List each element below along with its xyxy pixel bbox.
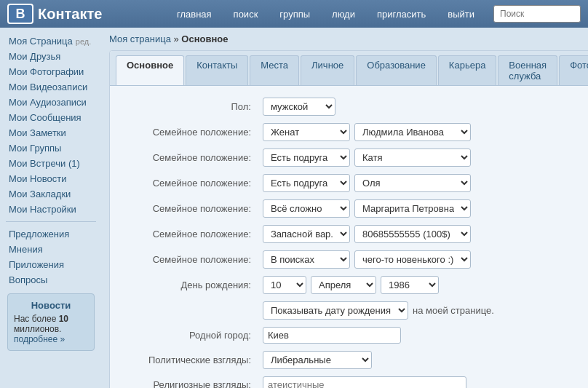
tab-career[interactable]: Карьера xyxy=(438,55,497,85)
religion-row: Религиозные взгляды: xyxy=(124,376,588,388)
politics-label: Политические взгляды: xyxy=(124,355,263,365)
city-label: Родной город: xyxy=(124,330,263,341)
sidebar-item-audio[interactable]: Мои Аудиозаписи xyxy=(0,95,102,110)
relationship-row-3: Семейное положение: Есть подруга Оля xyxy=(124,174,588,192)
relationship-person-2[interactable]: Катя xyxy=(354,149,471,167)
birthday-controls: 10 Апреля 1986 xyxy=(263,276,439,294)
sidebar-item-meetings[interactable]: Мои Встречи (1) xyxy=(0,156,102,171)
birthday-row: День рождения: 10 Апреля 1986 xyxy=(124,276,588,294)
sidebar-item-friends[interactable]: Мои Друзья xyxy=(0,49,102,64)
birthday-show-controls: Показывать дату рождения на моей страниц… xyxy=(263,301,494,320)
form-area: Пол: мужской Семейное положение: Женат xyxy=(110,86,588,388)
tab-education[interactable]: Образование xyxy=(356,55,437,85)
gender-label: Пол: xyxy=(124,101,263,112)
relationship-row-6: Семейное положение: В поисках чего-то но… xyxy=(124,250,588,269)
sidebar-item-settings[interactable]: Мои Настройки xyxy=(0,202,102,217)
relationship-person-1[interactable]: Людмила Иванова xyxy=(354,123,471,141)
gender-select[interactable]: мужской xyxy=(263,98,335,116)
relationship-label-4: Семейное положение: xyxy=(124,203,263,214)
relationship-label-5: Семейное положение: xyxy=(124,229,263,239)
gender-controls: мужской xyxy=(263,98,335,116)
sidebar-item-apps[interactable]: Приложения xyxy=(0,257,102,272)
birthday-day-select[interactable]: 10 xyxy=(263,276,306,294)
birthday-month-select[interactable]: Апреля xyxy=(311,276,376,294)
birthday-year-select[interactable]: 1986 xyxy=(381,276,439,294)
tab-photo[interactable]: Фотография xyxy=(559,55,588,85)
sidebar-item-messages[interactable]: Мои Сообщения xyxy=(0,110,102,125)
sidebar-item-opinions[interactable]: Мнения xyxy=(0,242,102,257)
sidebar-edit-label[interactable]: ред. xyxy=(76,37,91,46)
relationship-status-5[interactable]: Запасной вар. xyxy=(263,225,350,243)
header: В Контакте главная поиск группы люди при… xyxy=(0,0,588,28)
relationship-person-5[interactable]: 80685555555 (100$) xyxy=(354,225,471,243)
politics-row: Политические взгляды: Либеральные xyxy=(124,351,588,369)
sidebar-divider xyxy=(6,221,96,222)
relationship-status-1[interactable]: Женат xyxy=(263,123,350,141)
sidebar-item-questions[interactable]: Вопросы xyxy=(0,272,102,288)
nav-search[interactable]: поиск xyxy=(223,4,269,24)
politics-select[interactable]: Либеральные xyxy=(263,351,372,369)
breadcrumb: Моя страница » Основное xyxy=(109,33,588,44)
nav-invite[interactable]: пригласить xyxy=(367,4,436,24)
relationship-status-6[interactable]: В поисках xyxy=(263,250,350,269)
religion-input[interactable] xyxy=(263,376,466,388)
content: Моя страница » Основное Основное Контакт… xyxy=(102,28,588,388)
sidebar: Моя Страница ред. Мои Друзья Мои Фотогра… xyxy=(0,28,102,388)
sidebar-item-bookmarks[interactable]: Мои Закладки xyxy=(0,186,102,202)
relationship-controls-3: Есть подруга Оля xyxy=(263,174,471,192)
relationship-status-3[interactable]: Есть подруга xyxy=(263,174,350,192)
relationship-row-1: Семейное положение: Женат Людмила Иванов… xyxy=(124,123,588,141)
religion-label: Религиозные взгляды: xyxy=(124,379,263,388)
sidebar-item-videos[interactable]: Мои Видеозаписи xyxy=(0,79,102,95)
sidebar-item-photos[interactable]: Мои Фотографии xyxy=(0,64,102,79)
religion-controls xyxy=(263,376,466,388)
relationship-label-2: Семейное положение: xyxy=(124,152,263,163)
birthday-label: День рождения: xyxy=(124,280,263,290)
nav-logout[interactable]: выйти xyxy=(437,4,485,24)
nav-groups[interactable]: группы xyxy=(269,4,320,24)
relationship-controls-6: В поисках чего-то новенького :) xyxy=(263,250,471,269)
logo[interactable]: В Контакте xyxy=(7,4,102,24)
city-row: Родной город: xyxy=(124,327,588,344)
news-box: Новости Нас более 10 миллионов. подробне… xyxy=(7,293,95,351)
birthday-show-select[interactable]: Показывать дату рождения xyxy=(263,301,408,320)
tab-contacts[interactable]: Контакты xyxy=(186,55,248,85)
sidebar-item-notes[interactable]: Мои Заметки xyxy=(0,125,102,140)
sidebar-item-my-groups[interactable]: Мои Группы xyxy=(0,140,102,156)
breadcrumb-link[interactable]: Моя страница xyxy=(109,33,171,44)
gender-row: Пол: мужской xyxy=(124,98,588,116)
relationship-person-3[interactable]: Оля xyxy=(354,174,471,192)
relationship-status-2[interactable]: Есть подруга xyxy=(263,149,350,167)
relationship-status-4[interactable]: Всё сложно xyxy=(263,199,350,218)
logo-text: Контакте xyxy=(38,6,102,23)
relationship-person-6[interactable]: чего-то новенького :) xyxy=(354,250,471,269)
logo-vk-icon: В xyxy=(7,4,33,24)
tab-military[interactable]: Военная служба xyxy=(498,55,557,85)
relationship-controls-4: Всё сложно Маргарита Петровна xyxy=(263,199,471,218)
search-input[interactable] xyxy=(493,5,581,23)
relationship-label-1: Семейное положение: xyxy=(124,127,263,138)
tab-basic[interactable]: Основное xyxy=(116,55,184,85)
nav-home[interactable]: главная xyxy=(167,4,222,24)
relationship-person-4[interactable]: Маргарита Петровна xyxy=(354,199,471,218)
relationship-label-6: Семейное положение: xyxy=(124,254,263,265)
birthday-show-suffix: на моей странице. xyxy=(413,305,494,316)
main-layout: Моя Страница ред. Мои Друзья Мои Фотогра… xyxy=(0,28,588,388)
news-box-text: Нас более 10 миллионов. подробнее » xyxy=(14,314,88,344)
birthday-show-row: Показывать дату рождения на моей страниц… xyxy=(124,301,588,320)
city-input[interactable] xyxy=(263,327,401,344)
relationship-label-3: Семейное положение: xyxy=(124,178,263,189)
relationship-row-4: Семейное положение: Всё сложно Маргарита… xyxy=(124,199,588,218)
sidebar-item-news[interactable]: Мои Новости xyxy=(0,171,102,186)
sidebar-item-offers[interactable]: Предложения xyxy=(0,226,102,242)
city-controls xyxy=(263,327,401,344)
tab-places[interactable]: Места xyxy=(250,55,299,85)
politics-controls: Либеральные xyxy=(263,351,372,369)
relationship-controls-1: Женат Людмила Иванова xyxy=(263,123,471,141)
nav: главная поиск группы люди пригласить вый… xyxy=(167,4,581,24)
sidebar-item-mypage[interactable]: Моя Страница xyxy=(9,36,73,47)
news-box-link[interactable]: подробнее » xyxy=(14,334,65,344)
nav-people[interactable]: люди xyxy=(322,4,365,24)
tab-personal[interactable]: Личное xyxy=(301,55,354,85)
my-page-row: Моя Страница ред. xyxy=(0,33,102,49)
